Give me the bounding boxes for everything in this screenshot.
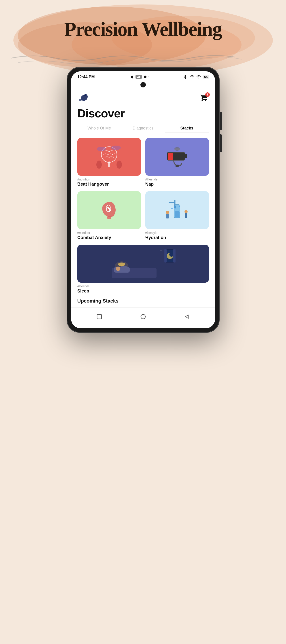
svg-rect-16 bbox=[176, 164, 179, 167]
status-bar: 12:44 PM • bbox=[71, 71, 215, 81]
svg-point-9 bbox=[108, 162, 110, 164]
bottom-nav bbox=[71, 308, 215, 328]
nav-square-button[interactable] bbox=[94, 312, 104, 322]
notification-icon bbox=[130, 75, 134, 79]
card-tag-hydration: #lifestyle bbox=[145, 231, 209, 234]
svg-point-40 bbox=[116, 266, 120, 271]
svg-point-30 bbox=[160, 250, 162, 251]
cards-grid: #nutrition Beat Hangover bbox=[77, 138, 209, 240]
status-icons: 55 bbox=[183, 74, 209, 80]
beat-hangover-illustration bbox=[94, 142, 124, 171]
card-tag-combat-anxiety: #mindset bbox=[77, 231, 141, 234]
card-image-beat-hangover bbox=[77, 138, 141, 176]
nav-back-icon bbox=[183, 313, 190, 320]
camera-dot bbox=[140, 82, 146, 88]
card-title-combat-anxiety: Combat Anxiety bbox=[77, 235, 141, 240]
svg-rect-19 bbox=[107, 216, 111, 219]
bluetooth-icon bbox=[183, 74, 188, 80]
svg-rect-47 bbox=[97, 314, 102, 319]
tab-whole-of-me[interactable]: Whole Of Me bbox=[77, 124, 121, 133]
tabs-container: Whole Of Me Diagnostics Stacks bbox=[77, 124, 209, 133]
svg-point-5 bbox=[144, 76, 146, 78]
svg-point-28 bbox=[171, 208, 173, 209]
card-beat-hangover[interactable]: #nutrition Beat Hangover bbox=[77, 138, 141, 187]
nav-circle-icon bbox=[140, 313, 147, 320]
card-tag-nap: #lifestyle bbox=[145, 178, 209, 181]
circle-icon bbox=[143, 75, 147, 79]
card-nap[interactable]: #lifestyle Nap bbox=[145, 138, 209, 187]
card-combat-anxiety[interactable]: #mindset Combat Anxiety bbox=[77, 191, 141, 240]
card-title-sleep: Sleep bbox=[77, 288, 209, 294]
svg-point-11 bbox=[97, 147, 106, 151]
card-image-sleep bbox=[77, 245, 209, 283]
card-title-hydration: Hydration bbox=[145, 235, 209, 240]
status-time: 12:44 PM bbox=[77, 75, 95, 80]
sleep-illustration bbox=[77, 245, 209, 283]
cart-badge: 1 bbox=[205, 92, 210, 97]
upcoming-stacks-heading: Upcoming Stacks bbox=[77, 298, 209, 304]
svg-marker-49 bbox=[186, 315, 188, 318]
app-content: 1 Discover Whole Of Me Diagnostics Stack… bbox=[71, 89, 215, 304]
svg-rect-14 bbox=[185, 154, 187, 158]
svg-rect-26 bbox=[185, 213, 188, 218]
svg-point-32 bbox=[152, 248, 152, 248]
svg-point-44 bbox=[169, 252, 174, 257]
card-tag-beat-hangover: #nutrition bbox=[77, 178, 141, 181]
card-image-nap bbox=[145, 138, 209, 176]
svg-rect-21 bbox=[175, 211, 180, 218]
svg-point-6 bbox=[96, 160, 102, 168]
tab-diagnostics[interactable]: Diagnostics bbox=[121, 124, 165, 133]
svg-point-22 bbox=[174, 206, 176, 209]
signal-bars-icon bbox=[136, 75, 142, 79]
camera-bar bbox=[71, 81, 215, 89]
card-title-beat-hangover: Beat Hangover bbox=[77, 182, 141, 187]
phone-mockup: 12:44 PM • bbox=[67, 67, 219, 332]
wifi-icon bbox=[196, 74, 201, 80]
battery-icon: 55 bbox=[203, 75, 209, 79]
svg-point-23 bbox=[166, 211, 169, 214]
card-hydration[interactable]: #lifestyle Hydration bbox=[145, 191, 209, 240]
card-image-hydration bbox=[145, 191, 209, 229]
card-image-combat-anxiety bbox=[77, 191, 141, 229]
page-title: Discover bbox=[77, 107, 209, 120]
svg-rect-45 bbox=[164, 249, 166, 262]
svg-point-48 bbox=[141, 314, 145, 319]
card-sleep[interactable]: #lifestyle Sleep bbox=[77, 245, 209, 294]
svg-rect-24 bbox=[166, 214, 169, 218]
nav-square-icon bbox=[96, 313, 103, 320]
svg-rect-15 bbox=[168, 153, 173, 160]
nav-back-button[interactable] bbox=[182, 312, 192, 322]
nap-illustration bbox=[162, 142, 192, 171]
cellular-icon bbox=[190, 74, 194, 80]
hydration-illustration bbox=[162, 196, 192, 225]
svg-point-25 bbox=[184, 210, 188, 213]
nav-circle-button[interactable] bbox=[138, 312, 148, 322]
tab-stacks[interactable]: Stacks bbox=[165, 124, 209, 133]
card-title-nap: Nap bbox=[145, 182, 209, 187]
svg-rect-46 bbox=[173, 249, 176, 262]
svg-rect-18 bbox=[174, 148, 180, 150]
svg-rect-10 bbox=[108, 164, 110, 167]
combat-anxiety-illustration bbox=[94, 196, 124, 225]
page-headline: Precision Wellbeing bbox=[64, 18, 222, 40]
svg-point-27 bbox=[179, 206, 180, 207]
card-tag-sleep: #lifestyle bbox=[77, 284, 209, 288]
app-logo bbox=[77, 92, 91, 105]
svg-point-7 bbox=[116, 160, 122, 168]
cart-button[interactable]: 1 bbox=[199, 93, 209, 103]
app-header: 1 bbox=[77, 89, 209, 107]
svg-point-12 bbox=[111, 146, 121, 150]
